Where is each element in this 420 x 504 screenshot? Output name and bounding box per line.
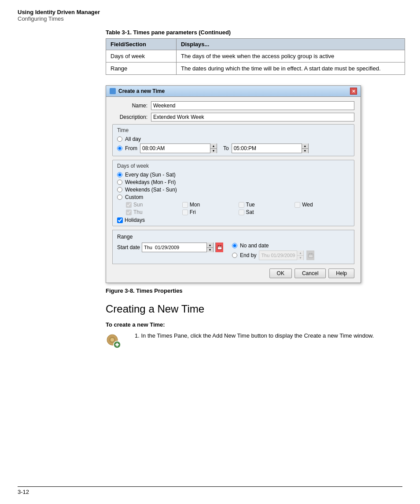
end-date-up: ▲ [297,250,303,256]
header-title: Using Identity Driven Manager [18,9,402,15]
holidays-row: Holidays [117,217,350,223]
step-text-content: In the Times Pane, click the Add New Tim… [141,332,374,339]
days-group: Days of week Every day (Sun - Sat) Weekd… [112,160,354,226]
params-table: Field/Section Displays... Days of week T… [106,38,405,75]
no-end-date-label: No and date [240,243,269,249]
step-number: 1. [135,332,140,339]
col-header-displays: Displays... [177,39,405,50]
wed-label: Wed [302,202,313,208]
page-number: 3-12 [18,489,29,495]
everyday-radio[interactable] [117,172,122,177]
from-radio[interactable] [117,146,122,151]
day-thu: Thu [126,209,181,215]
svg-rect-4 [309,254,313,258]
help-button[interactable]: Help [328,269,354,278]
from-time-down[interactable]: ▼ [210,149,217,154]
dialog-title-icon [110,88,116,94]
weekends-row: Weekends (Sat - Sun) [117,187,350,193]
page-header: Using Identity Driven Manager Configurin… [18,9,402,22]
dialog-title-text: Create a new Time [118,88,165,94]
start-date-box: ▲ ▼ [142,243,214,252]
description-input[interactable] [151,113,354,121]
weekdays-row: Weekdays (Mon - Fri) [117,179,350,185]
end-date-spinner: ▲ ▼ [297,250,303,260]
dialog-close-button[interactable]: ✕ [350,88,357,95]
day-mon: Mon [182,202,237,208]
end-date-box: Thu 01/29/2009 ▲ ▼ [259,250,304,260]
dialog-window: Create a new Time ✕ Name: Description: T… [106,85,361,283]
from-time-up[interactable]: ▲ [210,143,217,149]
svg-rect-0 [217,246,222,250]
range-body: Start date ▲ ▼ [117,243,350,260]
start-date-input[interactable] [142,244,206,251]
table-row: Range The dates during which the time wi… [106,63,405,75]
weekdays-radio[interactable] [117,180,122,185]
dialog-buttons: OK Cancel Help [112,269,354,278]
cancel-button[interactable]: Cancel [295,269,326,278]
allday-radio[interactable] [117,136,122,142]
no-end-date-radio[interactable] [232,243,237,248]
everyday-label: Every day (Sun - Sat) [125,172,176,178]
allday-label: All day [125,136,141,142]
to-time-down[interactable]: ▼ [302,149,308,154]
wed-checkbox [295,202,300,208]
name-input[interactable] [151,101,354,110]
field-days-of-week: Days of week [106,50,177,63]
day-sat: Sat [239,209,294,215]
holidays-checkbox[interactable] [117,217,123,223]
sun-label: Sun [133,202,143,208]
display-range: The dates during which the time will be … [177,63,405,75]
ok-button[interactable]: OK [269,269,292,278]
svg-rect-13 [107,339,109,341]
from-time-spinner: ▲ ▼ [210,143,217,153]
svg-rect-17 [115,344,119,346]
end-date-text: Thu 01/29/2009 [259,252,297,259]
description-row: Description: [112,113,354,121]
header-subtitle: Configuring Times [18,15,402,22]
page-footer: 3-12 [18,486,402,495]
weekends-label: Weekends (Sat - Sun) [125,187,177,193]
weekdays-label: Weekdays (Mon - Fri) [125,179,176,185]
table-row: Days of week The days of the week when t… [106,50,405,63]
step-icon-area [106,332,128,349]
name-row: Name: [112,101,354,110]
custom-radio[interactable] [117,195,122,200]
time-group: Time All day From ▲ ▼ [112,124,354,156]
to-time-up[interactable]: ▲ [302,143,308,149]
svg-rect-12 [112,344,113,346]
from-time-box: ▲ ▼ [140,143,217,153]
tue-label: Tue [246,202,255,208]
range-title: Range [117,234,350,240]
end-date-calendar-icon [306,250,314,260]
end-by-label: End by [240,252,256,258]
procedure-heading: To create a new Time: [106,321,402,328]
sat-label: Sat [246,209,254,215]
table-caption: Table 3-1. Times pane parameters (Contin… [106,29,402,36]
weekends-radio[interactable] [117,187,122,192]
display-days-of-week: The days of the week when the access pol… [177,50,405,63]
day-wed: Wed [295,202,350,208]
sat-checkbox [239,210,244,215]
start-date-calendar-icon[interactable] [215,243,223,252]
mon-checkbox [182,202,188,208]
step-content: 1. In the Times Pane, click the Add New … [135,332,402,349]
tue-checkbox [239,202,244,208]
start-date-row: Start date ▲ ▼ [117,243,223,252]
end-by-radio[interactable] [232,253,237,258]
name-label: Name: [112,103,147,109]
dialog-title-left: Create a new Time [110,88,165,94]
end-options: No and date End by Thu 01/29/2009 ▲ ▼ [232,243,314,260]
start-date-down[interactable]: ▼ [207,248,213,253]
svg-rect-14 [116,339,118,341]
start-date-up[interactable]: ▲ [207,243,213,248]
from-time-input[interactable] [140,144,210,152]
to-time-spinner: ▲ ▼ [302,143,308,153]
day-fri: Fri [182,209,237,215]
to-time-input[interactable] [232,144,302,152]
fri-checkbox [182,210,188,215]
fri-label: Fri [190,209,196,215]
add-new-time-icon [106,333,122,349]
svg-rect-11 [112,335,113,336]
to-label: To [223,145,229,151]
dialog-container: Create a new Time ✕ Name: Description: T… [106,85,402,283]
